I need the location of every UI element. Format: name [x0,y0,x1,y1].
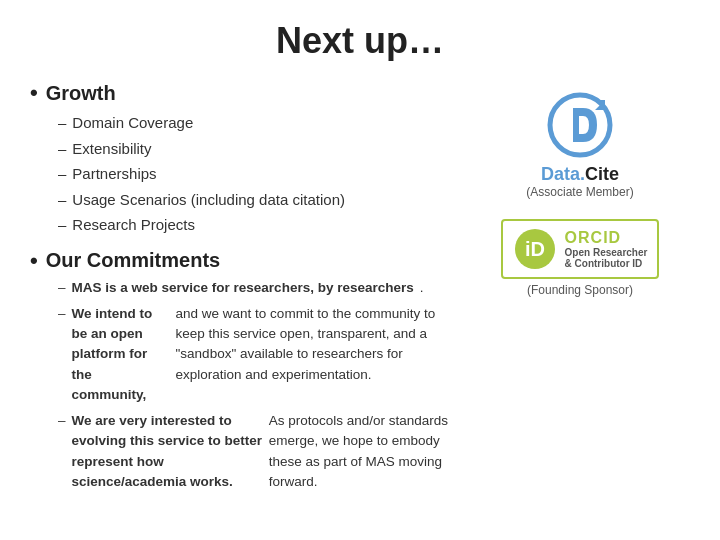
list-item: Research Projects [58,212,450,238]
orcid-badge: iD ORCID Open Researcher & Contributor I… [501,219,660,279]
datacite-logo: Data.Cite (Associate Member) [526,90,633,199]
list-item: Domain Coverage [58,110,450,136]
growth-section: Growth Domain Coverage Extensibility Par… [30,80,450,238]
datacite-name-dark: Cite [585,164,619,184]
orcid-tagline1: Open Researcher [565,247,648,258]
growth-list: Domain Coverage Extensibility Partnershi… [58,110,450,238]
right-column: Data.Cite (Associate Member) iD ORCID Op… [470,80,690,520]
svg-text:iD: iD [525,238,545,260]
commitment-item-2: We intend to be an open platform for the… [58,304,450,405]
associate-member-badge: (Associate Member) [526,185,633,199]
datacite-icon-svg [545,90,615,160]
list-item: Usage Scenarios (including data citation… [58,187,450,213]
left-column: Growth Domain Coverage Extensibility Par… [30,80,470,520]
datacite-name-blue: Data. [541,164,585,184]
orcid-tagline2: & Contributor ID [565,258,648,269]
list-item: Extensibility [58,136,450,162]
orcid-text-block: ORCID Open Researcher & Contributor ID [565,229,648,269]
growth-heading: Growth [30,80,450,106]
orcid-logo: iD ORCID Open Researcher & Contributor I… [501,219,660,297]
page-title: Next up… [30,20,690,62]
commitment-item-3: We are very interested to evolving this … [58,411,450,492]
content-area: Growth Domain Coverage Extensibility Par… [30,80,690,520]
commitment-item-1: MAS is a web service for researchers, by… [58,278,450,298]
commitments-section: Our Commitments MAS is a web service for… [30,248,450,493]
founding-sponsor-badge: (Founding Sponsor) [527,283,633,297]
commitments-list: MAS is a web service for researchers, by… [58,278,450,493]
orcid-icon-svg: iD [513,227,557,271]
page: Next up… Growth Domain Coverage Extensib… [0,0,720,540]
list-item: Partnerships [58,161,450,187]
commitments-heading: Our Commitments [30,248,450,274]
orcid-name: ORCID [565,229,648,247]
svg-marker-1 [595,100,605,110]
